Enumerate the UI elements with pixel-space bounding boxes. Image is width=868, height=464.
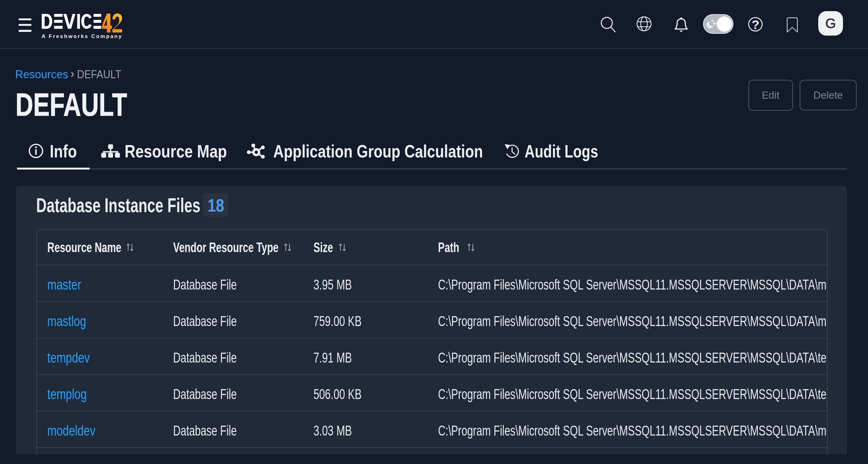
svg-text:?: ? <box>751 18 759 32</box>
svg-text:A Freshworks Company: A Freshworks Company <box>42 33 123 39</box>
svg-text:G: G <box>825 16 836 31</box>
